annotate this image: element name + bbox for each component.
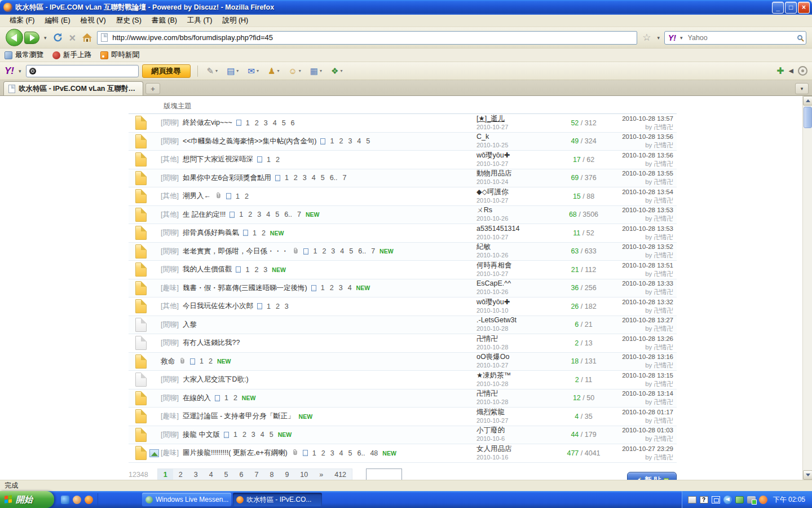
last-post-author-link[interactable]: 卍情卍	[654, 234, 674, 240]
bookmark-item[interactable]: 新手上路	[52, 50, 91, 60]
thread-title-link[interactable]: 排骨真係好夠義氣	[183, 228, 239, 238]
thread-category-link[interactable]: [其他]	[161, 155, 179, 164]
thread-page-link[interactable]: 3	[347, 137, 352, 145]
quick-launch-ie-icon[interactable]	[61, 496, 69, 504]
thread-page-link[interactable]: 5	[281, 119, 286, 127]
author-link[interactable]: wǒ璎yōu✚	[476, 151, 510, 159]
thread-page-link[interactable]: 2	[233, 394, 238, 402]
thread-page-link[interactable]: 7	[297, 211, 302, 218]
thread-category-link[interactable]: [其他]	[161, 301, 179, 311]
thread-page-link[interactable]: 6..	[329, 174, 338, 182]
thread-page-link[interactable]: 2	[321, 247, 326, 255]
thread-page-link[interactable]: 4	[356, 137, 361, 145]
network-icon[interactable]	[735, 496, 744, 503]
thread-page-link[interactable]: 1	[245, 266, 250, 274]
thread-page-link[interactable]: 1	[252, 229, 257, 237]
thread-page-link[interactable]: 4	[347, 284, 352, 292]
new-post-button[interactable]: 新 貼	[627, 472, 677, 480]
menu-item[interactable]: 說明 (H)	[217, 15, 253, 27]
last-post-author-link[interactable]: 卍情卍	[654, 124, 674, 130]
back-button[interactable]	[6, 29, 23, 46]
thread-page-link[interactable]: 3	[284, 303, 289, 310]
thread-title-link[interactable]: 圖片接龍!!!!!!!!!( 更新左,e+有綱喇)	[183, 448, 288, 458]
hide-icons-chevron-icon[interactable]: ◀	[723, 496, 732, 504]
address-bar[interactable]	[97, 31, 637, 45]
thread-page-link[interactable]: 6..	[284, 211, 293, 218]
menu-item[interactable]: 書籤 (B)	[147, 15, 182, 27]
thread-page-link[interactable]: 1	[233, 431, 238, 439]
search-engine-dropdown-icon[interactable]: ▾	[679, 35, 684, 41]
last-post-author-link[interactable]: 卍情卍	[654, 142, 674, 148]
pagination-page-link[interactable]: 5	[219, 469, 234, 480]
author-link[interactable]: oO喪爆Oo	[476, 353, 509, 361]
contacts-button[interactable]: ☺▾	[286, 65, 303, 77]
thread-category-link[interactable]: [其他]	[161, 191, 179, 201]
thread-page-link[interactable]: 5	[275, 211, 280, 218]
page-jump-input[interactable]	[366, 468, 402, 480]
pagination-page-link[interactable]: 6	[234, 469, 249, 480]
thread-page-link[interactable]: 2	[248, 211, 253, 218]
pagination-page-link[interactable]: 9	[279, 469, 294, 480]
thread-page-link[interactable]: 7	[370, 247, 376, 255]
apps-button[interactable]: ❖▾	[329, 65, 345, 77]
thread-page-link[interactable]: 3	[338, 284, 343, 292]
thread-title-link[interactable]: 老老實實，即係咁，今日係・・・	[183, 247, 289, 256]
forward-button[interactable]	[24, 32, 39, 44]
last-post-author-link[interactable]: 卍情卍	[654, 398, 674, 405]
thread-page-link[interactable]: 2	[208, 357, 213, 365]
author-link[interactable]: 女人用品店	[476, 445, 512, 453]
last-post-author-link[interactable]: 卍情卍	[654, 435, 674, 442]
author-link[interactable]: C_k	[476, 133, 489, 141]
pagination-page-link[interactable]: 4	[204, 469, 219, 480]
thread-page-link[interactable]: 4	[339, 247, 345, 255]
last-post-author-link[interactable]: 卍情卍	[654, 197, 674, 204]
last-post-author-link[interactable]: 卍情卍	[654, 252, 674, 259]
author-link[interactable]: [★]_逝儿	[476, 115, 505, 122]
thread-page-link[interactable]: 3	[257, 211, 262, 218]
maximize-button[interactable]: □	[785, 2, 797, 14]
author-link[interactable]: 熾烈紫龍	[476, 408, 505, 416]
author-link[interactable]: EsCapE.^^	[476, 279, 511, 287]
author-link[interactable]: 小丁廢的	[476, 426, 505, 434]
start-button[interactable]: 開始	[0, 491, 54, 508]
history-dropdown-icon[interactable]: ▾	[43, 35, 48, 41]
thread-page-link[interactable]: 1	[320, 284, 325, 292]
thread-category-link[interactable]: [閒聊]	[161, 430, 179, 440]
restore-window-icon[interactable]	[712, 496, 720, 503]
yahoo-logo-dropdown-icon[interactable]: ▾	[17, 68, 23, 74]
thread-page-link[interactable]: 7	[342, 174, 347, 182]
toolbar-settings-gear-icon[interactable]	[798, 66, 807, 76]
thread-title-link[interactable]: <<巾幗梟雄之義海豪情>>集中帖(內含金句)	[183, 137, 317, 146]
thread-category-link[interactable]: [閒聊]	[161, 338, 179, 348]
new-tab-button[interactable]: +	[145, 83, 160, 94]
thread-page-link[interactable]: 2	[275, 303, 280, 310]
last-post-author-link[interactable]: 卍情卍	[654, 270, 674, 277]
collapse-toolbar-icon[interactable]: ◀	[789, 67, 793, 75]
thread-title-link[interactable]: 大家入尼交流下D歌:)	[183, 375, 249, 384]
thread-title-link[interactable]: 今日我玩佐佐木小次郎	[183, 301, 253, 311]
add-toolbar-button-icon[interactable]: ✚	[776, 65, 784, 76]
thread-category-link[interactable]: [閒聊]	[161, 265, 179, 274]
thread-title-link[interactable]: 終於做左vip~~~	[183, 118, 232, 128]
thread-category-link[interactable]: [閒聊]	[161, 137, 179, 146]
author-link[interactable]: 紀敏	[476, 243, 491, 251]
thread-title-link[interactable]: 潮男入←	[183, 191, 211, 201]
thread-page-link[interactable]: 1	[312, 247, 317, 255]
thread-title-link[interactable]: 我的人生價值觀	[183, 265, 232, 274]
url-input[interactable]	[111, 33, 633, 42]
thread-title-link[interactable]: 在線的入	[183, 393, 211, 403]
thread-category-link[interactable]: [閒聊]	[161, 228, 179, 238]
minimize-button[interactable]: _	[772, 2, 784, 14]
author-link[interactable]: 卍情卍	[476, 335, 498, 343]
pagination-page-link[interactable]: 7	[249, 469, 264, 480]
thread-page-link[interactable]: 3	[263, 119, 268, 127]
last-post-author-link[interactable]: 卍情卍	[654, 160, 674, 167]
mail-button[interactable]: ✉▾	[245, 65, 261, 77]
thread-page-link[interactable]: 1	[224, 394, 229, 402]
thread-title-link[interactable]: 魏書・假・郭嘉傳(三國迷唔睇一定後悔)	[183, 283, 307, 293]
menu-item[interactable]: 檢視 (V)	[76, 15, 111, 27]
thread-page-link[interactable]: 2	[244, 192, 249, 200]
taskbar-task-button[interactable]: Windows Live Messen...	[142, 493, 231, 506]
author-link[interactable]: a5351451314	[476, 225, 519, 233]
thread-page-link[interactable]: 1	[239, 211, 244, 218]
